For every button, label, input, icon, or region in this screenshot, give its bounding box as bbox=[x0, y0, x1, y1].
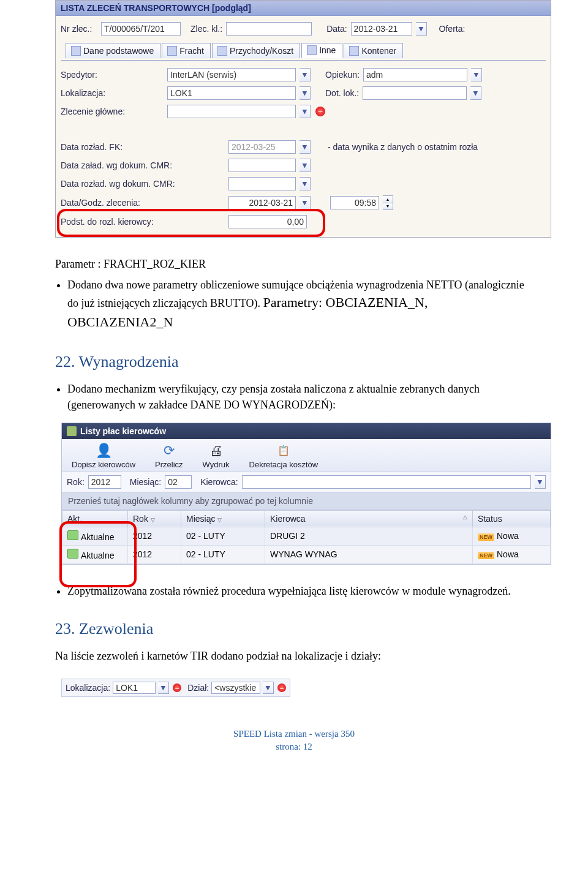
remove-icon[interactable]: – bbox=[173, 683, 181, 692]
data-rozlad-cmr-input[interactable] bbox=[228, 177, 296, 190]
dot-lok-label: Dot. lok.: bbox=[325, 88, 359, 98]
tab-icon bbox=[71, 46, 81, 56]
col-status[interactable]: Status bbox=[473, 510, 551, 527]
paragraph-zezwolenia: Na liście zezwoleń i karnetów TIR dodano… bbox=[55, 648, 533, 664]
lokalizacja-input[interactable] bbox=[167, 86, 296, 100]
tab-icon bbox=[217, 46, 227, 56]
tab-dane-podstawowe[interactable]: Dane podstawowe bbox=[66, 43, 160, 58]
spedytor-dropdown-icon[interactable]: ⯆ bbox=[300, 68, 311, 81]
tab-icon bbox=[307, 45, 317, 55]
kierowca-dropdown-icon[interactable]: ⯆ bbox=[535, 475, 546, 489]
miesiac-label: Miesiąc: bbox=[130, 477, 161, 487]
listy-plac-window: Listy płac kierowców 👤 Dopisz kierowców … bbox=[61, 423, 551, 565]
transport-orders-window: LISTA ZLECEŃ TRANSPORTOWYCH [podgląd] Nr… bbox=[55, 0, 551, 238]
new-badge-icon: NEW bbox=[478, 552, 494, 559]
spinner-up-icon[interactable]: ▲ bbox=[383, 196, 393, 203]
heading-zezwolenia: 23. Zezwolenia bbox=[55, 617, 533, 641]
lok-dropdown-icon[interactable]: ⯆ bbox=[158, 682, 169, 694]
data-zlec-input[interactable] bbox=[228, 196, 296, 209]
zlecenie-glowne-input[interactable] bbox=[167, 105, 296, 118]
lok-input[interactable] bbox=[113, 682, 156, 694]
tab-inne[interactable]: Inne bbox=[301, 43, 342, 58]
miesiac-input[interactable] bbox=[165, 475, 192, 489]
bullet-obciazenia: Dodano dwa nowe parametry obliczeniowe s… bbox=[67, 277, 533, 332]
list-icon: 📋 bbox=[275, 443, 292, 459]
window-title-2: Listy płac kierowców bbox=[62, 423, 551, 439]
data-rozlad-fk-note: - data wynika z danych o ostatnim rozła bbox=[328, 142, 478, 152]
kierowca-label: Kierowca: bbox=[200, 477, 238, 487]
podst-rozl-kier-input[interactable] bbox=[228, 215, 307, 228]
tab-icon bbox=[349, 46, 359, 56]
dzial-dropdown-icon[interactable]: ⯆ bbox=[263, 682, 274, 694]
zlec-kl-input[interactable] bbox=[226, 22, 312, 36]
data-zalad-cmr-dropdown-icon[interactable]: ⯆ bbox=[300, 159, 311, 172]
col-rok[interactable]: Rok▽ bbox=[128, 510, 181, 527]
dekretacja-button[interactable]: 📋 Dekretacja kosztów bbox=[239, 442, 328, 470]
tab-kontener[interactable]: Kontener bbox=[344, 43, 403, 58]
data-label: Data: bbox=[326, 24, 347, 34]
toolbar: 👤 Dopisz kierowców ⟳ Przelicz 🖨 Wydruk 📋… bbox=[62, 439, 551, 472]
bullet-weryfikacja: Dodano mechanizm weryfikujący, czy pensj… bbox=[67, 381, 533, 413]
wydruk-button[interactable]: 🖨 Wydruk bbox=[193, 442, 239, 470]
bullet-optymalizacja: Zopytmalizowana została również procedur… bbox=[67, 583, 533, 599]
remove-icon[interactable]: – bbox=[277, 683, 286, 692]
opiekun-input[interactable] bbox=[363, 68, 467, 81]
data-rozlad-cmr-label: Data rozład. wg dokum. CMR: bbox=[61, 179, 225, 189]
remove-icon[interactable]: – bbox=[315, 107, 325, 116]
data-dropdown-icon[interactable]: ⯆ bbox=[416, 22, 427, 36]
col-miesiac[interactable]: Miesiąc▽ bbox=[181, 510, 265, 527]
col-akt[interactable]: Akt. bbox=[62, 510, 128, 527]
col-kierowca[interactable]: Kierowca△ bbox=[265, 510, 473, 527]
opiekun-dropdown-icon[interactable]: ⯆ bbox=[471, 68, 482, 81]
table-row[interactable]: Aktualne 2012 02 - LUTY DRUGI 2 NEWNowa bbox=[62, 527, 551, 545]
data-rozlad-cmr-dropdown-icon[interactable]: ⯆ bbox=[300, 177, 311, 190]
data-rozlad-fk-label: Data rozład. FK: bbox=[61, 142, 225, 152]
przelicz-button[interactable]: ⟳ Przelicz bbox=[145, 442, 193, 470]
godz-zlec-input[interactable] bbox=[330, 196, 379, 209]
print-icon: 🖨 bbox=[208, 443, 225, 459]
dopisz-kierowcow-button[interactable]: 👤 Dopisz kierowców bbox=[62, 442, 145, 470]
data-rozlad-fk-dropdown-icon[interactable]: ⯆ bbox=[300, 140, 311, 154]
rok-input[interactable] bbox=[88, 475, 121, 489]
rok-label: Rok: bbox=[67, 477, 85, 487]
tab-przychody-koszt[interactable]: Przychody/Koszt bbox=[212, 43, 300, 58]
zlecenie-glowne-dropdown-icon[interactable]: ⯆ bbox=[300, 105, 311, 118]
podst-rozl-kier-label: Podst. do rozl. kierowcy: bbox=[61, 217, 225, 227]
tabstrip: Dane podstawowe Fracht Przychody/Koszt I… bbox=[66, 43, 546, 58]
godz-zlec-spinner[interactable]: ▲▼ bbox=[383, 195, 393, 210]
spinner-down-icon[interactable]: ▼ bbox=[383, 203, 393, 210]
sort-icon: ▽ bbox=[217, 517, 222, 523]
lokalizacja-dropdown-icon[interactable]: ⯆ bbox=[300, 86, 311, 100]
data-rozlad-fk-input[interactable] bbox=[228, 140, 296, 154]
table-row[interactable]: Aktualne 2012 02 - LUTY WYNAG WYNAG NEWN… bbox=[62, 545, 551, 563]
data-input[interactable] bbox=[351, 22, 412, 36]
data-zalad-cmr-input[interactable] bbox=[228, 159, 296, 172]
grid: Akt. Rok▽ Miesiąc▽ Kierowca△ Status Aktu… bbox=[62, 510, 551, 564]
zlec-kl-label: Zlec. kl.: bbox=[190, 24, 222, 34]
param-line: Parametr : FRACHT_ROZ_KIER bbox=[55, 256, 533, 272]
lok-label: Lokalizacja: bbox=[66, 683, 110, 693]
window-title: LISTA ZLECEŃ TRANSPORTOWYCH [podgląd] bbox=[56, 1, 551, 16]
opiekun-label: Opiekun: bbox=[325, 70, 360, 80]
aktualne-icon bbox=[67, 549, 78, 559]
page-footer: SPEED Lista zmian - wersja 350 strona: 1… bbox=[0, 728, 588, 753]
lokalizacja-label: Lokalizacja: bbox=[61, 88, 164, 98]
new-badge-icon: NEW bbox=[478, 533, 494, 541]
dzial-input[interactable] bbox=[211, 682, 260, 694]
tab-fracht[interactable]: Fracht bbox=[162, 43, 211, 58]
nr-zlec-label: Nr zlec.: bbox=[61, 24, 97, 34]
spedytor-input[interactable] bbox=[167, 68, 296, 81]
sort-icon: ▽ bbox=[151, 517, 155, 523]
group-hint[interactable]: Przenieś tutaj nagłówek kolumny aby zgru… bbox=[62, 492, 551, 510]
filter-row: Rok: Miesiąc: Kierowca: ⯆ bbox=[62, 472, 551, 492]
data-zlec-dropdown-icon[interactable]: ⯆ bbox=[300, 196, 311, 209]
dot-lok-input[interactable] bbox=[363, 86, 467, 100]
dot-lok-dropdown-icon[interactable]: ⯆ bbox=[470, 86, 481, 100]
title-icon bbox=[67, 426, 77, 436]
oferta-label: Oferta: bbox=[439, 24, 466, 34]
kierowca-input[interactable] bbox=[242, 475, 531, 489]
tab-icon bbox=[167, 46, 177, 56]
nr-zlec-input[interactable] bbox=[101, 22, 181, 36]
dzial-label: Dział: bbox=[187, 683, 209, 693]
grid-header-row: Akt. Rok▽ Miesiąc▽ Kierowca△ Status bbox=[62, 510, 551, 527]
